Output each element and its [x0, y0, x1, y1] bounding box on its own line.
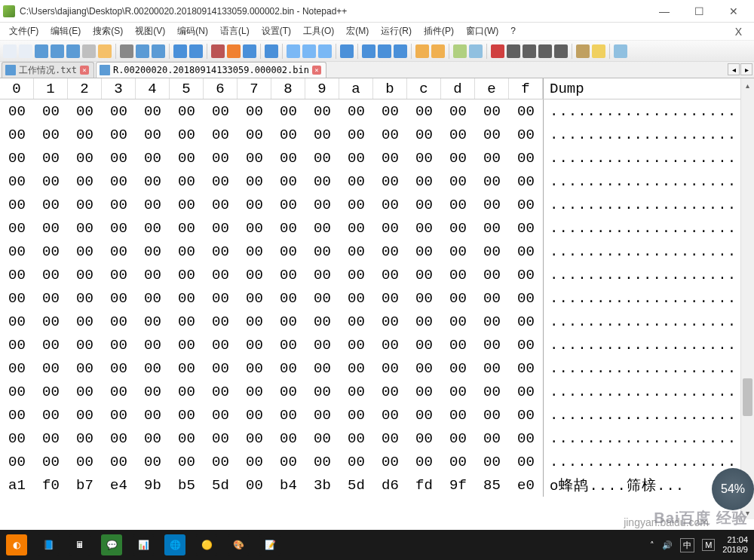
hex-cell[interactable]: 00 — [339, 173, 373, 190]
dump-cell[interactable]: .................... — [543, 333, 740, 357]
hex-cell[interactable]: 00 — [475, 127, 509, 143]
taskbar-app-icon[interactable]: 🟡 — [196, 534, 217, 555]
hex-cell[interactable]: 00 — [136, 150, 170, 167]
hex-cell[interactable]: 00 — [0, 337, 34, 353]
close-button[interactable]: ✕ — [716, 0, 751, 23]
toolbar-button[interactable] — [51, 44, 64, 58]
hex-cell[interactable]: 00 — [68, 127, 102, 143]
hex-cell[interactable]: 00 — [136, 360, 170, 377]
hex-cell[interactable]: 00 — [0, 103, 34, 120]
hex-cell[interactable]: 00 — [475, 267, 509, 283]
menu-item[interactable]: 窗口(W) — [460, 24, 504, 38]
hex-cell[interactable]: 00 — [204, 103, 238, 120]
hex-cell[interactable]: 00 — [441, 243, 475, 260]
scroll-up-button[interactable]: ▴ — [741, 78, 754, 92]
hex-cell[interactable]: 00 — [204, 314, 238, 330]
tab-next-button[interactable]: ▸ — [740, 63, 752, 75]
hex-cell[interactable]: 00 — [0, 197, 34, 213]
toolbar-button[interactable] — [592, 44, 605, 58]
toolbar-button[interactable] — [302, 44, 316, 58]
hex-cell[interactable]: 00 — [441, 220, 475, 237]
hex-cell[interactable]: 00 — [68, 454, 102, 470]
hex-cell[interactable]: 00 — [136, 407, 170, 424]
hex-cell[interactable]: 00 — [238, 407, 271, 424]
hex-cell[interactable]: 00 — [305, 220, 339, 237]
hex-cell[interactable]: 00 — [407, 430, 441, 447]
hex-cell[interactable]: 00 — [305, 454, 339, 470]
menu-item[interactable]: 宏(M) — [340, 24, 375, 38]
hex-cell[interactable]: 00 — [0, 360, 34, 377]
hex-cell[interactable]: 00 — [509, 454, 543, 470]
hex-cell[interactable]: 00 — [271, 337, 305, 353]
hex-cell[interactable]: 00 — [136, 314, 170, 330]
hex-cell[interactable]: 00 — [170, 243, 204, 260]
hex-cell[interactable]: 00 — [373, 314, 407, 330]
hex-cell[interactable]: 00 — [305, 407, 339, 424]
toolbar-button[interactable] — [378, 44, 391, 58]
toolbar-button[interactable] — [211, 44, 225, 58]
tray-ime1[interactable]: 中 — [680, 538, 694, 552]
tray-up-icon[interactable]: ˄ — [650, 540, 654, 550]
hex-cell[interactable]: 00 — [204, 220, 238, 237]
hex-cell[interactable]: 00 — [136, 430, 170, 447]
hex-cell[interactable]: 85 — [475, 477, 509, 494]
toolbar-button[interactable] — [66, 44, 80, 58]
tray-ime2[interactable]: M — [702, 539, 715, 551]
tab-prev-button[interactable]: ◂ — [728, 63, 740, 75]
hex-cell[interactable]: 00 — [509, 290, 543, 307]
hex-cell[interactable]: 00 — [136, 267, 170, 283]
hex-cell[interactable]: 00 — [339, 243, 373, 260]
hex-cell[interactable]: 00 — [170, 314, 204, 330]
hex-cell[interactable]: 00 — [475, 384, 509, 400]
hex-cell[interactable]: 00 — [0, 243, 34, 260]
document-close-icon[interactable]: X — [735, 26, 751, 38]
hex-cell[interactable]: 00 — [102, 454, 136, 470]
dump-cell[interactable]: .................... — [543, 123, 740, 146]
hex-cell[interactable]: 00 — [305, 243, 339, 260]
hex-cell[interactable]: 00 — [204, 360, 238, 377]
hex-cell[interactable]: 00 — [271, 384, 305, 400]
toolbar-button[interactable] — [19, 44, 32, 58]
hex-cell[interactable]: 00 — [441, 103, 475, 120]
hex-cell[interactable]: 00 — [204, 337, 238, 353]
hex-cell[interactable]: 00 — [170, 127, 204, 143]
toolbar-button[interactable] — [318, 44, 332, 58]
hex-cell[interactable]: 00 — [102, 243, 136, 260]
hex-cell[interactable]: 00 — [102, 407, 136, 424]
hex-cell[interactable]: 00 — [238, 360, 271, 377]
toolbar-button[interactable] — [507, 44, 520, 58]
hex-cell[interactable]: 00 — [68, 243, 102, 260]
hex-cell[interactable]: 00 — [339, 337, 373, 353]
hex-cell[interactable]: 00 — [509, 430, 543, 447]
hex-cell[interactable]: b5 — [170, 477, 204, 494]
hex-cell[interactable]: 00 — [509, 267, 543, 283]
tray-volume-icon[interactable]: 🔊 — [662, 540, 673, 550]
hex-cell[interactable]: 00 — [0, 454, 34, 470]
hex-cell[interactable]: 00 — [34, 173, 68, 190]
hex-cell[interactable]: 00 — [204, 407, 238, 424]
toolbar-button[interactable] — [227, 44, 241, 58]
hex-cell[interactable]: b4 — [271, 477, 305, 494]
hex-cell[interactable]: 00 — [475, 337, 509, 353]
hex-cell[interactable]: 00 — [441, 430, 475, 447]
hex-cell[interactable]: 00 — [373, 150, 407, 167]
dump-cell[interactable]: .................... — [543, 170, 740, 193]
hex-cell[interactable]: 00 — [204, 290, 238, 307]
hex-cell[interactable]: 00 — [136, 384, 170, 400]
hex-cell[interactable]: 00 — [238, 243, 271, 260]
hex-cell[interactable]: 00 — [136, 220, 170, 237]
hex-cell[interactable]: 00 — [305, 430, 339, 447]
hex-cell[interactable]: 00 — [0, 267, 34, 283]
hex-cell[interactable]: 00 — [441, 127, 475, 143]
hex-cell[interactable]: 00 — [170, 430, 204, 447]
hex-cell[interactable]: 00 — [475, 197, 509, 213]
hex-cell[interactable]: 00 — [305, 150, 339, 167]
hex-cell[interactable]: 00 — [238, 384, 271, 400]
hex-cell[interactable]: 00 — [305, 337, 339, 353]
toolbar-button[interactable] — [152, 44, 165, 58]
hex-cell[interactable]: 00 — [136, 127, 170, 143]
hex-cell[interactable]: 00 — [170, 267, 204, 283]
hex-cell[interactable]: 00 — [102, 337, 136, 353]
dump-cell[interactable]: .................... — [543, 286, 740, 310]
hex-cell[interactable]: 00 — [407, 197, 441, 213]
